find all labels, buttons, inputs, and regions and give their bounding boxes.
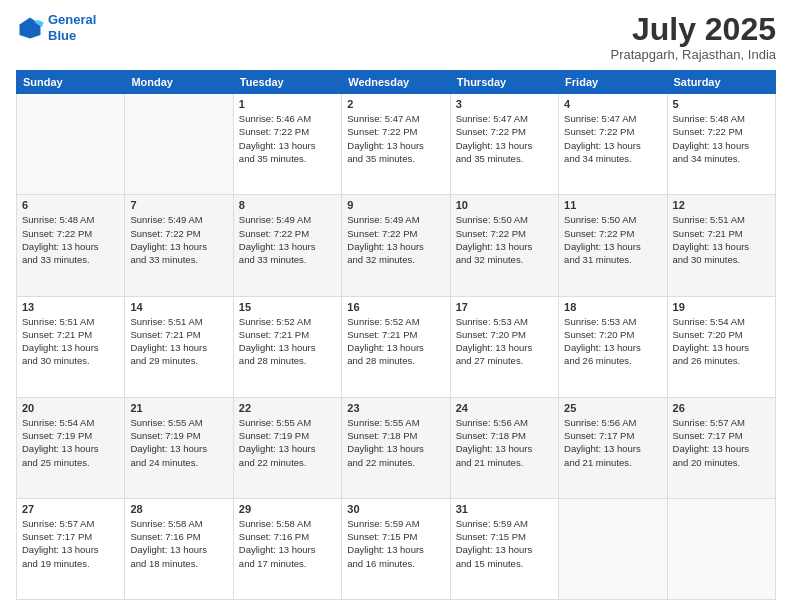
day-info: Sunrise: 5:53 AM Sunset: 7:20 PM Dayligh… xyxy=(564,315,661,368)
calendar-cell: 17Sunrise: 5:53 AM Sunset: 7:20 PM Dayli… xyxy=(450,296,558,397)
calendar-cell: 11Sunrise: 5:50 AM Sunset: 7:22 PM Dayli… xyxy=(559,195,667,296)
calendar-cell: 3Sunrise: 5:47 AM Sunset: 7:22 PM Daylig… xyxy=(450,94,558,195)
day-info: Sunrise: 5:55 AM Sunset: 7:18 PM Dayligh… xyxy=(347,416,444,469)
svg-marker-0 xyxy=(20,17,41,38)
calendar-header-row: SundayMondayTuesdayWednesdayThursdayFrid… xyxy=(17,71,776,94)
logo-text: General Blue xyxy=(48,12,96,43)
location: Pratapgarh, Rajasthan, India xyxy=(611,47,777,62)
calendar-table: SundayMondayTuesdayWednesdayThursdayFrid… xyxy=(16,70,776,600)
day-number: 25 xyxy=(564,402,661,414)
day-number: 27 xyxy=(22,503,119,515)
day-header-thursday: Thursday xyxy=(450,71,558,94)
day-number: 24 xyxy=(456,402,553,414)
day-number: 11 xyxy=(564,199,661,211)
calendar-cell: 29Sunrise: 5:58 AM Sunset: 7:16 PM Dayli… xyxy=(233,498,341,599)
day-header-friday: Friday xyxy=(559,71,667,94)
day-number: 4 xyxy=(564,98,661,110)
day-number: 13 xyxy=(22,301,119,313)
day-number: 28 xyxy=(130,503,227,515)
day-number: 26 xyxy=(673,402,770,414)
day-number: 1 xyxy=(239,98,336,110)
calendar-cell: 19Sunrise: 5:54 AM Sunset: 7:20 PM Dayli… xyxy=(667,296,775,397)
day-header-wednesday: Wednesday xyxy=(342,71,450,94)
calendar-cell xyxy=(667,498,775,599)
day-info: Sunrise: 5:57 AM Sunset: 7:17 PM Dayligh… xyxy=(22,517,119,570)
calendar-cell: 5Sunrise: 5:48 AM Sunset: 7:22 PM Daylig… xyxy=(667,94,775,195)
day-info: Sunrise: 5:58 AM Sunset: 7:16 PM Dayligh… xyxy=(239,517,336,570)
day-number: 18 xyxy=(564,301,661,313)
day-number: 20 xyxy=(22,402,119,414)
calendar-cell: 2Sunrise: 5:47 AM Sunset: 7:22 PM Daylig… xyxy=(342,94,450,195)
day-header-monday: Monday xyxy=(125,71,233,94)
day-info: Sunrise: 5:48 AM Sunset: 7:22 PM Dayligh… xyxy=(22,213,119,266)
calendar-cell: 7Sunrise: 5:49 AM Sunset: 7:22 PM Daylig… xyxy=(125,195,233,296)
calendar-cell: 30Sunrise: 5:59 AM Sunset: 7:15 PM Dayli… xyxy=(342,498,450,599)
day-number: 6 xyxy=(22,199,119,211)
day-info: Sunrise: 5:49 AM Sunset: 7:22 PM Dayligh… xyxy=(347,213,444,266)
day-info: Sunrise: 5:50 AM Sunset: 7:22 PM Dayligh… xyxy=(456,213,553,266)
calendar-cell: 27Sunrise: 5:57 AM Sunset: 7:17 PM Dayli… xyxy=(17,498,125,599)
logo-line2: Blue xyxy=(48,28,76,43)
calendar-cell: 26Sunrise: 5:57 AM Sunset: 7:17 PM Dayli… xyxy=(667,397,775,498)
day-info: Sunrise: 5:53 AM Sunset: 7:20 PM Dayligh… xyxy=(456,315,553,368)
day-header-sunday: Sunday xyxy=(17,71,125,94)
calendar-cell: 14Sunrise: 5:51 AM Sunset: 7:21 PM Dayli… xyxy=(125,296,233,397)
page: General Blue July 2025 Pratapgarh, Rajas… xyxy=(0,0,792,612)
calendar-cell: 25Sunrise: 5:56 AM Sunset: 7:17 PM Dayli… xyxy=(559,397,667,498)
day-number: 22 xyxy=(239,402,336,414)
day-info: Sunrise: 5:59 AM Sunset: 7:15 PM Dayligh… xyxy=(456,517,553,570)
day-number: 15 xyxy=(239,301,336,313)
calendar-cell: 13Sunrise: 5:51 AM Sunset: 7:21 PM Dayli… xyxy=(17,296,125,397)
day-info: Sunrise: 5:51 AM Sunset: 7:21 PM Dayligh… xyxy=(130,315,227,368)
day-number: 16 xyxy=(347,301,444,313)
day-number: 7 xyxy=(130,199,227,211)
calendar-cell: 1Sunrise: 5:46 AM Sunset: 7:22 PM Daylig… xyxy=(233,94,341,195)
calendar-cell: 21Sunrise: 5:55 AM Sunset: 7:19 PM Dayli… xyxy=(125,397,233,498)
month-title: July 2025 xyxy=(611,12,777,47)
day-info: Sunrise: 5:47 AM Sunset: 7:22 PM Dayligh… xyxy=(456,112,553,165)
day-number: 8 xyxy=(239,199,336,211)
calendar-week-row: 1Sunrise: 5:46 AM Sunset: 7:22 PM Daylig… xyxy=(17,94,776,195)
calendar-cell: 10Sunrise: 5:50 AM Sunset: 7:22 PM Dayli… xyxy=(450,195,558,296)
day-info: Sunrise: 5:54 AM Sunset: 7:19 PM Dayligh… xyxy=(22,416,119,469)
calendar-week-row: 13Sunrise: 5:51 AM Sunset: 7:21 PM Dayli… xyxy=(17,296,776,397)
day-header-saturday: Saturday xyxy=(667,71,775,94)
calendar-cell: 6Sunrise: 5:48 AM Sunset: 7:22 PM Daylig… xyxy=(17,195,125,296)
day-number: 12 xyxy=(673,199,770,211)
day-number: 5 xyxy=(673,98,770,110)
day-info: Sunrise: 5:56 AM Sunset: 7:17 PM Dayligh… xyxy=(564,416,661,469)
day-info: Sunrise: 5:58 AM Sunset: 7:16 PM Dayligh… xyxy=(130,517,227,570)
calendar-cell: 12Sunrise: 5:51 AM Sunset: 7:21 PM Dayli… xyxy=(667,195,775,296)
day-info: Sunrise: 5:50 AM Sunset: 7:22 PM Dayligh… xyxy=(564,213,661,266)
calendar-cell: 20Sunrise: 5:54 AM Sunset: 7:19 PM Dayli… xyxy=(17,397,125,498)
day-number: 29 xyxy=(239,503,336,515)
day-info: Sunrise: 5:59 AM Sunset: 7:15 PM Dayligh… xyxy=(347,517,444,570)
calendar-cell: 16Sunrise: 5:52 AM Sunset: 7:21 PM Dayli… xyxy=(342,296,450,397)
day-number: 19 xyxy=(673,301,770,313)
calendar-cell: 28Sunrise: 5:58 AM Sunset: 7:16 PM Dayli… xyxy=(125,498,233,599)
day-number: 17 xyxy=(456,301,553,313)
calendar-cell: 4Sunrise: 5:47 AM Sunset: 7:22 PM Daylig… xyxy=(559,94,667,195)
day-info: Sunrise: 5:51 AM Sunset: 7:21 PM Dayligh… xyxy=(673,213,770,266)
day-info: Sunrise: 5:49 AM Sunset: 7:22 PM Dayligh… xyxy=(130,213,227,266)
day-info: Sunrise: 5:46 AM Sunset: 7:22 PM Dayligh… xyxy=(239,112,336,165)
title-block: July 2025 Pratapgarh, Rajasthan, India xyxy=(611,12,777,62)
calendar-week-row: 27Sunrise: 5:57 AM Sunset: 7:17 PM Dayli… xyxy=(17,498,776,599)
day-info: Sunrise: 5:48 AM Sunset: 7:22 PM Dayligh… xyxy=(673,112,770,165)
calendar-cell: 8Sunrise: 5:49 AM Sunset: 7:22 PM Daylig… xyxy=(233,195,341,296)
day-info: Sunrise: 5:52 AM Sunset: 7:21 PM Dayligh… xyxy=(239,315,336,368)
day-info: Sunrise: 5:47 AM Sunset: 7:22 PM Dayligh… xyxy=(564,112,661,165)
day-number: 10 xyxy=(456,199,553,211)
day-number: 9 xyxy=(347,199,444,211)
day-info: Sunrise: 5:55 AM Sunset: 7:19 PM Dayligh… xyxy=(239,416,336,469)
calendar-cell xyxy=(17,94,125,195)
day-info: Sunrise: 5:47 AM Sunset: 7:22 PM Dayligh… xyxy=(347,112,444,165)
day-info: Sunrise: 5:49 AM Sunset: 7:22 PM Dayligh… xyxy=(239,213,336,266)
calendar-week-row: 6Sunrise: 5:48 AM Sunset: 7:22 PM Daylig… xyxy=(17,195,776,296)
day-number: 21 xyxy=(130,402,227,414)
calendar-cell: 23Sunrise: 5:55 AM Sunset: 7:18 PM Dayli… xyxy=(342,397,450,498)
calendar-cell xyxy=(559,498,667,599)
day-number: 2 xyxy=(347,98,444,110)
calendar-cell: 31Sunrise: 5:59 AM Sunset: 7:15 PM Dayli… xyxy=(450,498,558,599)
header: General Blue July 2025 Pratapgarh, Rajas… xyxy=(16,12,776,62)
